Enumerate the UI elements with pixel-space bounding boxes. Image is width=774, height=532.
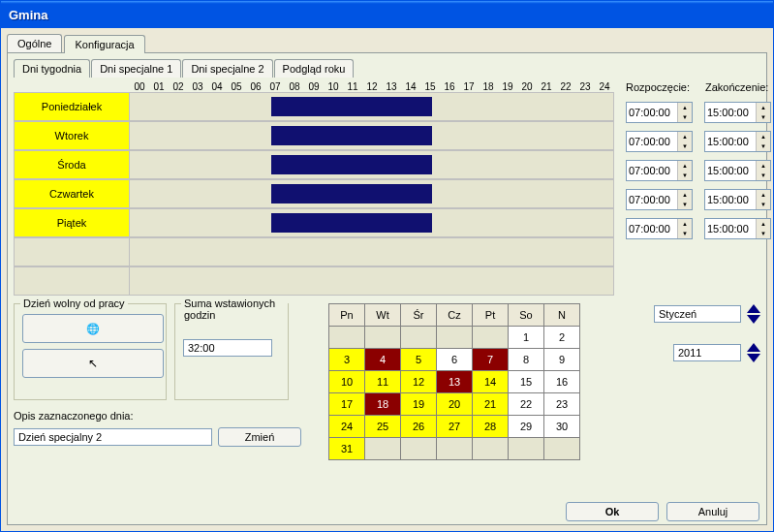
- calendar-cell[interactable]: 30: [544, 416, 580, 438]
- calendar-cell[interactable]: 7: [473, 349, 509, 371]
- end-time-4-input[interactable]: [705, 219, 756, 238]
- calendar-cell[interactable]: 13: [437, 371, 473, 393]
- calendar-cell[interactable]: 3: [329, 349, 365, 371]
- spin-down-icon[interactable]: ▼: [756, 141, 770, 151]
- start-time-3-input[interactable]: [627, 190, 677, 209]
- end-time-2-input[interactable]: [705, 161, 756, 180]
- calendar-cell[interactable]: 17: [329, 393, 365, 416]
- calendar-cell[interactable]: 1: [509, 327, 544, 349]
- year-up-icon[interactable]: [747, 343, 760, 352]
- end-time-1-input[interactable]: [705, 132, 756, 151]
- spin-up-icon[interactable]: ▲: [756, 132, 770, 141]
- calendar-cell[interactable]: 29: [509, 416, 544, 438]
- start-time-3[interactable]: ▲▼: [626, 189, 693, 210]
- calendar-cell[interactable]: 14: [473, 371, 509, 393]
- hours-sum-value[interactable]: [183, 339, 272, 357]
- start-time-1[interactable]: ▲▼: [626, 131, 693, 152]
- calendar-cell[interactable]: 23: [544, 393, 580, 416]
- calendar-cell[interactable]: 21: [473, 393, 509, 416]
- innertab-weekdays[interactable]: Dni tygodnia: [14, 59, 90, 78]
- innertab-special1[interactable]: Dni specjalne 1: [91, 59, 181, 78]
- free-day-button-1[interactable]: 🌐: [22, 314, 164, 343]
- spin-down-icon[interactable]: ▼: [756, 229, 770, 238]
- spin-down-icon[interactable]: ▼: [677, 112, 692, 122]
- spin-up-icon[interactable]: ▲: [677, 190, 692, 200]
- spin-up-icon[interactable]: ▲: [677, 219, 692, 229]
- start-time-4-input[interactable]: [627, 219, 677, 238]
- schedule-bar[interactable]: [271, 126, 433, 145]
- end-time-3[interactable]: ▲▼: [704, 189, 771, 210]
- innertab-special2[interactable]: Dni specjalne 2: [182, 59, 272, 78]
- tab-config[interactable]: Konfiguracja: [64, 35, 144, 53]
- calendar-cell[interactable]: 2: [544, 327, 580, 349]
- end-time-0-input[interactable]: [705, 103, 756, 122]
- start-time-2-input[interactable]: [627, 161, 677, 180]
- spin-down-icon[interactable]: ▼: [677, 141, 692, 151]
- ok-button[interactable]: Ok: [566, 502, 659, 521]
- spin-up-icon[interactable]: ▲: [677, 103, 692, 112]
- year-input[interactable]: [673, 344, 741, 361]
- calendar-cell[interactable]: 26: [401, 416, 437, 438]
- calendar-cell[interactable]: 24: [329, 416, 365, 438]
- schedule-track[interactable]: [130, 179, 614, 208]
- calendar-cell[interactable]: 27: [437, 416, 473, 438]
- start-time-1-input[interactable]: [627, 132, 677, 151]
- schedule-bar[interactable]: [271, 213, 433, 233]
- calendar-cell[interactable]: 15: [509, 371, 544, 393]
- spin-up-icon[interactable]: ▲: [756, 190, 770, 200]
- calendar-cell[interactable]: 6: [437, 349, 473, 371]
- schedule-track[interactable]: [130, 150, 614, 179]
- schedule-bar[interactable]: [271, 97, 433, 116]
- calendar-cell[interactable]: 9: [544, 349, 580, 371]
- spin-down-icon[interactable]: ▼: [756, 171, 770, 180]
- calendar-cell[interactable]: 18: [365, 393, 401, 416]
- calendar-cell[interactable]: 8: [509, 349, 544, 371]
- tab-general[interactable]: Ogólne: [7, 34, 62, 52]
- spin-up-icon[interactable]: ▲: [677, 161, 692, 171]
- spin-up-icon[interactable]: ▲: [756, 103, 770, 112]
- spin-up-icon[interactable]: ▲: [756, 219, 770, 229]
- end-time-1[interactable]: ▲▼: [704, 131, 771, 152]
- schedule-track[interactable]: [130, 237, 614, 266]
- end-time-2[interactable]: ▲▼: [704, 160, 771, 181]
- calendar[interactable]: PnWtŚrCzPtSoN123456789101112131415161718…: [328, 303, 580, 460]
- free-day-button-2[interactable]: ↖: [22, 349, 164, 378]
- calendar-cell[interactable]: 22: [509, 393, 544, 416]
- calendar-cell[interactable]: 5: [401, 349, 437, 371]
- spin-down-icon[interactable]: ▼: [677, 229, 692, 238]
- calendar-cell[interactable]: 4: [365, 349, 401, 371]
- schedule-track[interactable]: [130, 121, 614, 150]
- calendar-cell[interactable]: 11: [365, 371, 401, 393]
- cancel-button[interactable]: Anuluj: [666, 502, 759, 521]
- calendar-cell[interactable]: 31: [329, 438, 365, 460]
- end-time-4[interactable]: ▲▼: [704, 218, 771, 239]
- month-up-icon[interactable]: [747, 304, 760, 313]
- schedule-bar[interactable]: [271, 184, 433, 203]
- year-down-icon[interactable]: [747, 354, 760, 362]
- spin-down-icon[interactable]: ▼: [677, 200, 692, 209]
- spin-down-icon[interactable]: ▼: [756, 200, 770, 209]
- schedule-track[interactable]: [130, 92, 614, 121]
- start-time-0[interactable]: ▲▼: [626, 102, 693, 123]
- start-time-4[interactable]: ▲▼: [626, 218, 693, 239]
- schedule-track[interactable]: [130, 208, 614, 237]
- calendar-cell[interactable]: 19: [401, 393, 437, 416]
- calendar-cell[interactable]: 16: [544, 371, 580, 393]
- calendar-cell[interactable]: 20: [437, 393, 473, 416]
- month-input[interactable]: [654, 305, 741, 323]
- calendar-cell[interactable]: 10: [329, 371, 365, 393]
- desc-input[interactable]: [14, 428, 212, 446]
- spin-up-icon[interactable]: ▲: [677, 132, 692, 141]
- spin-down-icon[interactable]: ▼: [756, 112, 770, 122]
- calendar-cell[interactable]: 28: [473, 416, 509, 438]
- month-down-icon[interactable]: [747, 315, 760, 324]
- change-button[interactable]: Zmień: [218, 427, 301, 447]
- end-time-0[interactable]: ▲▼: [704, 102, 771, 123]
- calendar-cell[interactable]: 25: [365, 416, 401, 438]
- schedule-track[interactable]: [130, 266, 614, 296]
- spin-down-icon[interactable]: ▼: [677, 171, 692, 180]
- start-time-0-input[interactable]: [627, 103, 677, 122]
- schedule-bar[interactable]: [271, 155, 433, 174]
- innertab-year[interactable]: Podgląd roku: [274, 59, 355, 78]
- end-time-3-input[interactable]: [705, 190, 756, 209]
